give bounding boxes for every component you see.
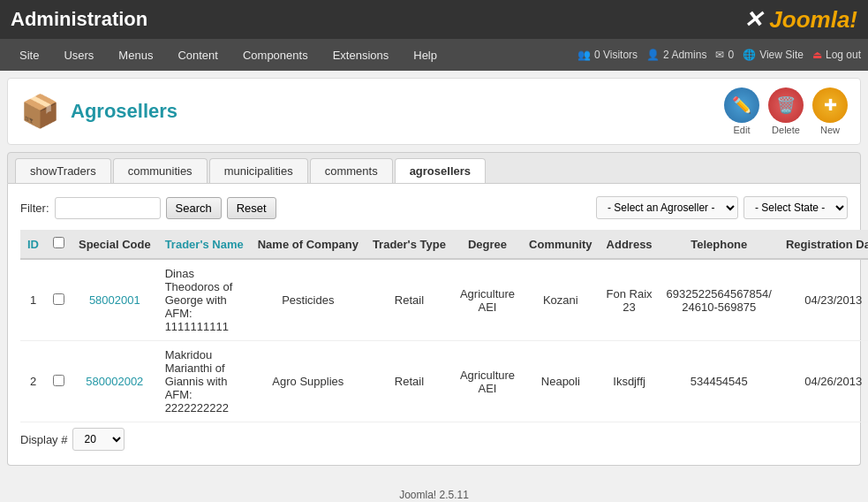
filter-bar: Filter: Search Reset - Select an Agrosel… <box>20 196 848 219</box>
visitors-count: 0 Visitors <box>594 49 638 61</box>
title-left: 📦 Agrosellers <box>20 93 177 130</box>
cell-address: Iksdjffj <box>600 341 660 422</box>
logout-icon: ⏏ <box>812 49 822 61</box>
visitors-icon: 👥 <box>577 49 591 61</box>
cell-telephone: 6932522564567854/ 24610-569875 <box>660 259 779 341</box>
cell-degree: Agriculture AEI <box>453 259 522 341</box>
cell-checkbox <box>46 341 72 422</box>
cell-company: Agro Supplies <box>251 341 366 422</box>
cell-address: Fon Raix 23 <box>600 259 660 341</box>
display-select[interactable]: 5 10 15 20 25 30 50 100 All <box>72 428 125 451</box>
tab-municipalities[interactable]: municipalities <box>209 158 308 183</box>
col-trader-name: Trader's Name <box>158 230 251 259</box>
nav-menus[interactable]: Menus <box>106 42 165 69</box>
cell-reg-date: 04/26/2013 <box>779 341 868 422</box>
table-header-row: ID Special Code Trader's Name Name of Co… <box>20 230 868 259</box>
cell-company: Pesticides <box>251 259 366 341</box>
cell-trader-type: Retail <box>366 341 453 422</box>
delete-button[interactable]: 🗑️ Delete <box>768 87 804 135</box>
search-button[interactable]: Search <box>166 197 222 219</box>
col-community: Community <box>522 230 600 259</box>
cell-special-code: 580002002 <box>72 341 158 422</box>
col-checkbox <box>46 230 72 259</box>
col-address: Address <box>600 230 660 259</box>
tabs: showTraders communities municipalities c… <box>7 152 861 184</box>
nav-extensions[interactable]: Extensions <box>321 42 402 69</box>
col-degree: Degree <box>453 230 522 259</box>
table-row: 1 58002001 Dinas Theodoros of George wit… <box>20 259 868 341</box>
content-area: Filter: Search Reset - Select an Agrosel… <box>7 184 861 466</box>
page: 📦 Agrosellers ✏️ Edit 🗑️ Delete ✚ New sh… <box>0 71 868 480</box>
page-icon: 📦 <box>20 93 60 130</box>
edit-icon: ✏️ <box>724 87 759 123</box>
reset-button[interactable]: Reset <box>227 197 276 219</box>
filter-left: Filter: Search Reset <box>20 197 276 219</box>
special-code-link[interactable]: 58002001 <box>89 293 140 307</box>
admins-item: 👤 2 Admins <box>646 49 706 61</box>
cell-trader-type: Retail <box>366 259 453 341</box>
cell-reg-date: 04/23/2013 <box>779 259 868 341</box>
cell-num: 1 <box>20 259 46 341</box>
footer-version: Joomla! 2.5.11 <box>9 489 859 501</box>
cell-trader-name: Makridou Marianthi of Giannis with AFM: … <box>158 341 251 422</box>
view-site-icon: 🌐 <box>743 49 756 61</box>
display-bar: Display # 5 10 15 20 25 30 50 100 All <box>20 422 848 453</box>
tab-comments[interactable]: comments <box>310 158 393 183</box>
row-checkbox[interactable] <box>53 375 64 386</box>
cell-checkbox <box>46 259 72 341</box>
filter-label: Filter: <box>20 202 49 215</box>
admins-count: 2 Admins <box>663 49 706 61</box>
data-table: ID Special Code Trader's Name Name of Co… <box>20 230 868 422</box>
nav-site[interactable]: Site <box>7 42 51 69</box>
nav-content[interactable]: Content <box>165 42 230 69</box>
cell-community: Kozani <box>522 259 600 341</box>
page-title: Agrosellers <box>71 100 177 123</box>
view-site-link[interactable]: View Site <box>759 49 804 61</box>
tab-showtraders[interactable]: showTraders <box>15 158 111 183</box>
messages-count: 0 <box>728 49 734 61</box>
admins-icon: 👤 <box>646 49 660 61</box>
navbar: Site Users Menus Content Components Exte… <box>0 39 868 71</box>
messages-item: ✉ 0 <box>715 49 734 61</box>
table-row: 2 580002002 Makridou Marianthi of Gianni… <box>20 341 868 422</box>
cell-trader-name: Dinas Theodoros of George with AFM: 1111… <box>158 259 251 341</box>
logout-item[interactable]: ⏏ Log out <box>812 49 861 61</box>
logout-link[interactable]: Log out <box>826 49 861 61</box>
view-site-item[interactable]: 🌐 View Site <box>743 49 804 61</box>
row-checkbox[interactable] <box>53 293 64 305</box>
nav-menu: Site Users Menus Content Components Exte… <box>7 42 449 69</box>
cell-community: Neapoli <box>522 341 600 422</box>
new-button[interactable]: ✚ New <box>812 87 848 135</box>
col-id: ID <box>20 230 46 259</box>
table-body: 1 58002001 Dinas Theodoros of George wit… <box>20 259 868 422</box>
filter-right: - Select an Agroseller - - Select State … <box>596 196 848 219</box>
col-telephone: Telephone <box>660 230 779 259</box>
new-icon: ✚ <box>812 87 848 123</box>
nav-help[interactable]: Help <box>401 42 449 69</box>
tab-communities[interactable]: communities <box>113 158 208 183</box>
header: Administration ✕ Joomla! <box>0 0 868 39</box>
nav-components[interactable]: Components <box>230 42 321 69</box>
joomla-logo: ✕ Joomla! <box>743 6 857 34</box>
delete-icon: 🗑️ <box>768 87 804 123</box>
state-select[interactable]: - Select State - <box>743 196 848 219</box>
display-label: Display # <box>20 433 67 446</box>
title-actions: ✏️ Edit 🗑️ Delete ✚ New <box>724 87 848 135</box>
header-title: Administration <box>11 8 147 31</box>
cell-telephone: 534454545 <box>660 341 779 422</box>
cell-num: 2 <box>20 341 46 422</box>
select-all-checkbox[interactable] <box>53 237 64 248</box>
col-company: Name of Company <box>251 230 366 259</box>
nav-users[interactable]: Users <box>51 42 106 69</box>
filter-input[interactable] <box>55 197 161 219</box>
title-bar: 📦 Agrosellers ✏️ Edit 🗑️ Delete ✚ New <box>7 78 861 145</box>
footer: Joomla! 2.5.11 Joomla!® is free software… <box>0 480 868 502</box>
edit-button[interactable]: ✏️ Edit <box>724 87 759 135</box>
special-code-link[interactable]: 580002002 <box>86 375 143 388</box>
messages-icon: ✉ <box>715 49 724 61</box>
tab-agrosellers[interactable]: agrosellers <box>395 158 486 183</box>
visitors-item: 👥 0 Visitors <box>577 49 638 61</box>
agroseller-select[interactable]: - Select an Agroseller - <box>596 196 738 219</box>
cell-degree: Agriculture AEI <box>453 341 522 422</box>
col-special-code: Special Code <box>72 230 158 259</box>
